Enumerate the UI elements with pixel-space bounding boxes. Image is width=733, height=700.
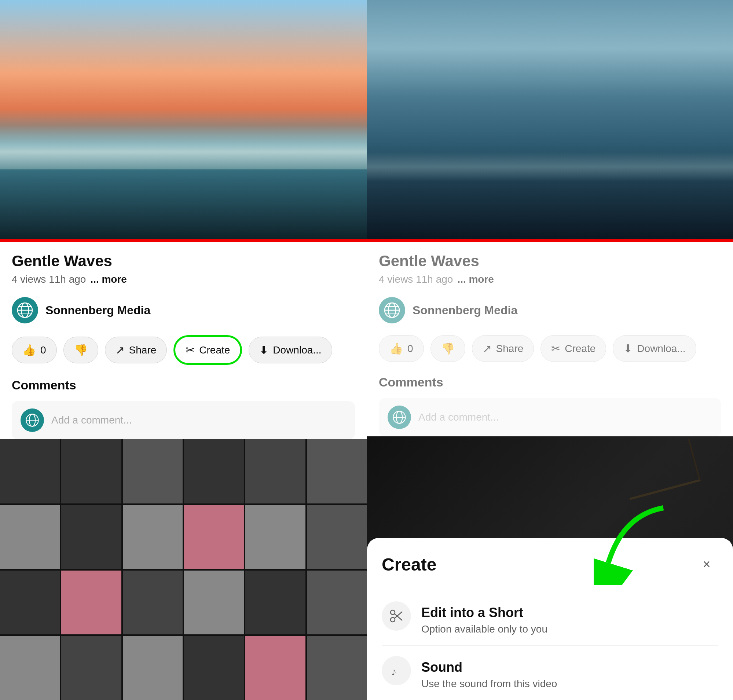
blur-cell — [307, 571, 366, 635]
right-comment-globe-icon — [392, 410, 407, 425]
right-action-bar: 👍 0 👎 ↗ Share ✂ Create ⬇ Downloa... — [379, 335, 721, 362]
right-bottom-content: Create × Edit into a Short Op — [367, 436, 733, 700]
right-panel: Gentle Waves 4 views 11h ago ... more So… — [366, 0, 733, 700]
left-create-button[interactable]: ✂ Create — [174, 335, 242, 365]
comment-globe-icon — [25, 413, 40, 428]
right-video-meta: 4 views 11h ago ... more — [379, 274, 721, 285]
right-share-button[interactable]: ↗ Share — [472, 335, 534, 362]
blur-cell — [184, 505, 244, 569]
green-arrow — [594, 504, 667, 586]
right-comment-avatar — [387, 406, 411, 429]
blur-cell — [245, 636, 305, 700]
blur-cell — [245, 439, 305, 503]
blur-cell — [0, 505, 60, 569]
blur-cell — [61, 505, 121, 569]
left-channel-row: Sonnenberg Media — [12, 297, 355, 324]
blur-cell — [184, 571, 244, 635]
modal-item-sound[interactable]: ♪ Sound Use the sound from this video — [382, 646, 718, 700]
sound-icon-container: ♪ — [382, 656, 411, 685]
left-panel: Gentle Waves 4 views 11h ago ... more So… — [0, 0, 366, 700]
blur-cell — [123, 505, 183, 569]
right-like-button[interactable]: 👍 0 — [379, 335, 424, 362]
left-like-button[interactable]: 👍 0 — [12, 337, 57, 363]
left-bottom-content — [0, 439, 366, 700]
right-create-button[interactable]: ✂ Create — [540, 335, 606, 362]
left-comment-avatar — [21, 409, 44, 432]
blur-cell — [0, 571, 60, 635]
right-channel-row: Sonnenberg Media — [379, 297, 721, 324]
left-share-button[interactable]: ↗ Share — [105, 337, 167, 363]
blur-cell — [61, 636, 121, 700]
right-comments-section: Comments Add a comment... — [379, 375, 721, 436]
svg-text:♪: ♪ — [391, 666, 396, 677]
wave-overlay — [0, 125, 366, 169]
globe-icon — [16, 301, 34, 319]
blur-cell — [307, 505, 366, 569]
left-action-bar: 👍 0 👎 ↗ Share ✂ Create ⬇ Downloa... — [12, 335, 355, 365]
music-note-icon: ♪ — [389, 663, 404, 678]
edit-short-title: Edit into a Short — [421, 605, 548, 621]
svg-point-17 — [390, 610, 395, 615]
sound-title: Sound — [421, 660, 557, 675]
blur-cell — [123, 571, 183, 635]
blur-cell — [61, 571, 121, 635]
modal-item-edit-short[interactable]: Edit into a Short Option available only … — [382, 591, 718, 646]
blur-cell — [245, 571, 305, 635]
share-icon: ↗ — [115, 344, 125, 356]
right-video-info: Gentle Waves 4 views 11h ago ... more So… — [367, 242, 733, 436]
right-comment-input-row[interactable]: Add a comment... — [379, 398, 721, 436]
green-arrow-svg — [594, 504, 667, 585]
left-comment-placeholder: Add a comment... — [52, 414, 132, 426]
sound-subtitle: Use the sound from this video — [421, 678, 557, 690]
thumbs-down-icon: 👎 — [74, 344, 88, 356]
left-video-thumbnail — [0, 0, 366, 242]
blur-cell — [123, 439, 183, 503]
right-dislike-button[interactable]: 👎 — [430, 335, 465, 362]
left-comments-title: Comments — [12, 378, 355, 393]
blur-cell — [0, 439, 60, 503]
blur-cell — [123, 636, 183, 700]
right-thumbs-up-icon: 👍 — [389, 342, 403, 355]
create-modal: Create × Edit into a Short Op — [367, 538, 733, 700]
right-create-icon: ✂ — [551, 342, 560, 355]
blur-cell — [184, 439, 244, 503]
scissors-icon — [389, 609, 404, 624]
left-video-title: Gentle Waves — [12, 252, 355, 270]
blur-cell — [184, 636, 244, 700]
left-video-info: Gentle Waves 4 views 11h ago ... more So… — [0, 242, 366, 439]
modal-title: Create — [382, 554, 436, 575]
right-share-icon: ↗ — [483, 342, 492, 355]
blur-cell — [61, 439, 121, 503]
left-channel-name: Sonnenberg Media — [46, 304, 150, 317]
modal-close-button[interactable]: × — [695, 553, 718, 576]
blur-cell — [307, 439, 366, 503]
right-more-link[interactable]: ... more — [457, 274, 494, 285]
right-globe-icon — [383, 301, 401, 319]
left-comment-input-row[interactable]: Add a comment... — [12, 401, 355, 439]
download-icon: ⬇ — [259, 344, 268, 356]
modal-header: Create × — [382, 553, 718, 576]
blur-cell — [0, 636, 60, 700]
edit-short-subtitle: Option available only to you — [421, 624, 548, 635]
right-video-title: Gentle Waves — [379, 252, 721, 270]
edit-short-text: Edit into a Short Option available only … — [421, 601, 548, 635]
left-dislike-button[interactable]: 👎 — [63, 337, 98, 363]
create-icon: ✂ — [185, 344, 195, 356]
blur-cell — [307, 636, 366, 700]
right-wave-overlay — [367, 152, 733, 181]
left-download-button[interactable]: ⬇ Downloa... — [249, 337, 332, 363]
edit-short-icon — [382, 601, 411, 631]
right-download-button[interactable]: ⬇ Downloa... — [613, 335, 696, 362]
right-channel-avatar[interactable] — [379, 297, 405, 324]
sound-text: Sound Use the sound from this video — [421, 656, 557, 690]
svg-point-18 — [390, 618, 395, 622]
thumbs-up-icon: 👍 — [22, 344, 36, 356]
left-channel-avatar[interactable] — [12, 297, 38, 324]
left-more-link[interactable]: ... more — [90, 274, 127, 285]
left-comments-section: Comments Add a comment... — [12, 378, 355, 439]
right-video-thumbnail — [367, 0, 733, 242]
right-comments-title: Comments — [379, 375, 721, 390]
right-download-icon: ⬇ — [623, 342, 633, 355]
blur-cell — [245, 505, 305, 569]
right-thumbs-down-icon: 👎 — [441, 342, 455, 355]
